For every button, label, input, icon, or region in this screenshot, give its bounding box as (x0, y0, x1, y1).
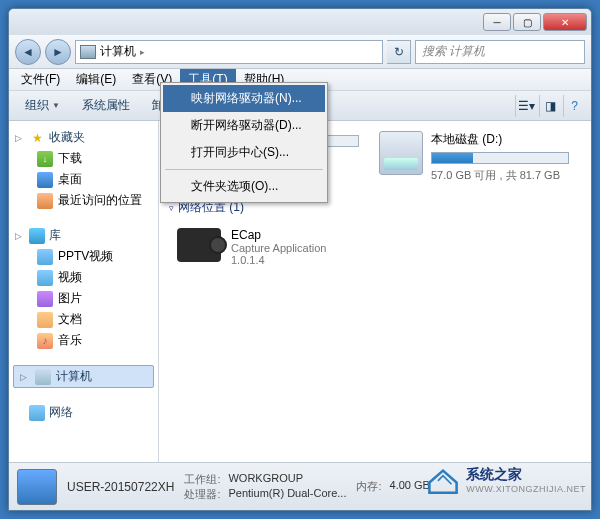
status-cpu: Pentium(R) Dual-Core... (228, 487, 346, 502)
minimize-button[interactable]: ─ (483, 13, 511, 31)
menu-sync-center[interactable]: 打开同步中心(S)... (163, 139, 325, 166)
drive-freetext: 57.0 GB 可用 , 共 81.7 GB (431, 168, 569, 183)
watermark-text: 系统之家 (466, 466, 586, 484)
collapse-icon: ▷ (15, 133, 25, 143)
computer-icon (80, 45, 96, 59)
drive-bar (431, 152, 569, 164)
sidebar-network[interactable]: 网络 (9, 402, 158, 423)
menu-edit[interactable]: 编辑(E) (68, 69, 124, 90)
library-icon (29, 228, 45, 244)
video-icon (37, 270, 53, 286)
search-placeholder: 搜索 计算机 (422, 43, 485, 60)
document-icon (37, 312, 53, 328)
address-text: 计算机 (100, 43, 136, 60)
watermark-logo-icon (426, 465, 460, 495)
recent-icon (37, 193, 53, 209)
menu-map-drive[interactable]: 映射网络驱动器(N)... (163, 85, 325, 112)
drive-label: 本地磁盘 (D:) (431, 131, 569, 148)
tools-dropdown: 映射网络驱动器(N)... 断开网络驱动器(D)... 打开同步中心(S)...… (160, 82, 328, 203)
network-item-ecap[interactable]: ECap Capture Application 1.0.1.4 (159, 222, 591, 272)
chevron-down-icon: ▾ (529, 99, 535, 113)
chevron-down-icon: ▼ (52, 101, 60, 110)
ecap-version: 1.0.1.4 (231, 254, 326, 266)
ecap-name: ECap (231, 228, 326, 242)
refresh-button[interactable]: ↻ (387, 40, 411, 64)
desktop-icon (37, 172, 53, 188)
maximize-button[interactable]: ▢ (513, 13, 541, 31)
status-cpu-label: 处理器: (184, 487, 220, 502)
computer-large-icon (17, 469, 57, 505)
back-button[interactable]: ◄ (15, 39, 41, 65)
drive-item-d[interactable]: 本地磁盘 (D:) 57.0 GB 可用 , 共 81.7 GB (379, 131, 569, 183)
sidebar: ▷★收藏夹 ↓下载 桌面 最近访问的位置 ▷库 PPTV视频 视频 图片 文档 … (9, 121, 159, 462)
download-icon: ↓ (37, 151, 53, 167)
network-icon (29, 405, 45, 421)
menu-folder-options[interactable]: 文件夹选项(O)... (163, 173, 325, 200)
status-mem: 4.00 GB (390, 479, 430, 494)
menu-file[interactable]: 文件(F) (13, 69, 68, 90)
view-mode-button[interactable]: ☰▾ (515, 95, 537, 117)
collapse-icon: ▿ (169, 203, 174, 213)
tool-organize[interactable]: 组织▼ (15, 94, 70, 117)
breadcrumb-arrow-icon: ▸ (140, 47, 145, 57)
sidebar-item-music[interactable]: ♪音乐 (9, 330, 158, 351)
menu-disconnect-drive[interactable]: 断开网络驱动器(D)... (163, 112, 325, 139)
nav-row: ◄ ► 计算机 ▸ ↻ 搜索 计算机 (9, 35, 591, 69)
sidebar-item-desktop[interactable]: 桌面 (9, 169, 158, 190)
sidebar-item-documents[interactable]: 文档 (9, 309, 158, 330)
status-mem-label: 内存: (356, 479, 381, 494)
drive-icon (379, 131, 423, 175)
star-icon: ★ (29, 130, 45, 146)
drive-fill (432, 153, 473, 163)
search-input[interactable]: 搜索 计算机 (415, 40, 585, 64)
sidebar-item-video[interactable]: 视频 (9, 267, 158, 288)
help-button[interactable]: ? (563, 95, 585, 117)
video-icon (37, 249, 53, 265)
status-workgroup-label: 工作组: (184, 472, 220, 487)
sidebar-item-recent[interactable]: 最近访问的位置 (9, 190, 158, 211)
sidebar-item-pictures[interactable]: 图片 (9, 288, 158, 309)
forward-button[interactable]: ► (45, 39, 71, 65)
sidebar-libraries[interactable]: ▷库 (9, 225, 158, 246)
picture-icon (37, 291, 53, 307)
menu-separator (165, 169, 323, 170)
status-workgroup: WORKGROUP (228, 472, 303, 487)
address-bar[interactable]: 计算机 ▸ (75, 40, 383, 64)
tool-sysprops[interactable]: 系统属性 (72, 94, 140, 117)
sidebar-computer[interactable]: ▷计算机 (13, 365, 154, 388)
music-icon: ♪ (37, 333, 53, 349)
preview-pane-button[interactable]: ◨ (539, 95, 561, 117)
camera-icon (177, 228, 221, 262)
ecap-desc: Capture Application (231, 242, 326, 254)
watermark: 系统之家 WWW.XITONGZHIJIA.NET (426, 465, 586, 495)
watermark-url: WWW.XITONGZHIJIA.NET (466, 484, 586, 494)
sidebar-item-pptv[interactable]: PPTV视频 (9, 246, 158, 267)
collapse-icon: ▷ (20, 372, 30, 382)
status-computername: USER-20150722XH (67, 480, 174, 494)
close-button[interactable]: ✕ (543, 13, 587, 31)
computer-icon (35, 369, 51, 385)
titlebar: ─ ▢ ✕ (9, 9, 591, 35)
collapse-icon: ▷ (15, 231, 25, 241)
sidebar-favorites[interactable]: ▷★收藏夹 (9, 127, 158, 148)
sidebar-item-downloads[interactable]: ↓下载 (9, 148, 158, 169)
